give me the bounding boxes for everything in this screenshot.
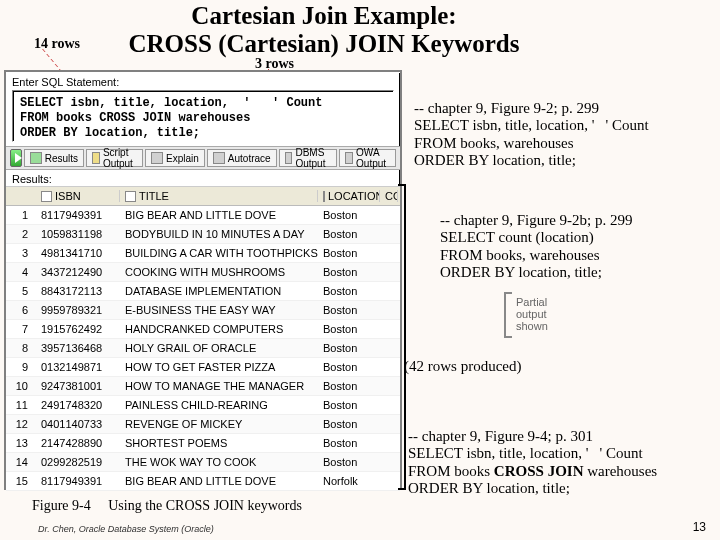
results-label: Results: (6, 170, 400, 186)
sql-editor[interactable]: SELECT isbn, title, location, ' ' Count … (12, 90, 394, 142)
results-grid: ISBN TITLE LOCATION COUNT 18117949391BIG… (6, 186, 400, 491)
column-icon (323, 191, 325, 202)
cell-title: HOLY GRAIL OF ORACLE (120, 342, 318, 354)
cell-title: BUILDING A CAR WITH TOOTHPICKS (120, 247, 318, 259)
cell-isbn: 8117949391 (36, 209, 120, 221)
table-row[interactable]: 120401140733REVENGE OF MICKEYBoston (6, 415, 400, 434)
row-index: 9 (6, 361, 36, 373)
table-row[interactable]: 140299282519THE WOK WAY TO COOKBoston (6, 453, 400, 472)
sql1-l4: ORDER BY location, title; (414, 152, 712, 169)
cell-isbn: 1915762492 (36, 323, 120, 335)
partial-l2: output (516, 308, 547, 320)
brace-42-rows (398, 184, 406, 490)
table-row[interactable]: 34981341710BUILDING A CAR WITH TOOTHPICK… (6, 244, 400, 263)
row-index: 7 (6, 323, 36, 335)
cell-isbn: 8843172113 (36, 285, 120, 297)
sql-block-2: -- chapter 9, Figure 9-2b; p. 299 SELECT… (440, 212, 706, 281)
sql1-l1: -- chapter 9, Figure 9-2; p. 299 (414, 100, 712, 117)
tab-autotrace-label: Autotrace (228, 153, 271, 164)
grid-header: ISBN TITLE LOCATION COUNT (6, 187, 400, 206)
row-index: 3 (6, 247, 36, 259)
sql2-l3: FROM books, warehouses (440, 247, 706, 264)
tab-autotrace[interactable]: Autotrace (207, 149, 277, 167)
table-row[interactable]: 21059831198BODYBUILD IN 10 MINUTES A DAY… (6, 225, 400, 244)
table-row[interactable]: 18117949391BIG BEAR AND LITTLE DOVEBosto… (6, 206, 400, 225)
script-icon (92, 152, 100, 164)
cell-isbn: 9247381001 (36, 380, 120, 392)
table-row[interactable]: 109247381001HOW TO MANAGE THE MANAGERBos… (6, 377, 400, 396)
row-index: 6 (6, 304, 36, 316)
page-number: 13 (693, 520, 706, 534)
table-row[interactable]: 58843172113DATABASE IMPLEMENTATIONBoston (6, 282, 400, 301)
tab-explain-label: Explain (166, 153, 199, 164)
sql3-l3a: FROM books (408, 463, 494, 479)
table-row[interactable]: 158117949391BIG BEAR AND LITTLE DOVENorf… (6, 472, 400, 491)
table-row[interactable]: 83957136468HOLY GRAIL OF ORACLEBoston (6, 339, 400, 358)
cell-title: REVENGE OF MICKEY (120, 418, 318, 430)
column-icon (41, 191, 52, 202)
table-row[interactable]: 43437212490COOKING WITH MUSHROOMSBoston (6, 263, 400, 282)
slide-title: Cartesian Join Example: CROSS (Cartesian… (118, 2, 530, 58)
table-row[interactable]: 132147428890SHORTEST POEMSBoston (6, 434, 400, 453)
dbms-icon (285, 152, 293, 164)
row-index: 8 (6, 342, 36, 354)
tab-results[interactable]: Results (24, 149, 84, 167)
figure-text: Using the CROSS JOIN keywords (108, 498, 302, 513)
footnote: Dr. Chen, Oracle Database System (Oracle… (38, 524, 214, 534)
partial-output-label: Partial output shown (516, 296, 548, 332)
results-icon (30, 152, 42, 164)
tab-explain[interactable]: Explain (145, 149, 205, 167)
rows-produced: (42 rows produced) (404, 358, 521, 375)
col-title: TITLE (139, 190, 169, 202)
cell-title: HANDCRANKED COMPUTERS (120, 323, 318, 335)
sql-block-3: -- chapter 9, Figure 9-4; p. 301 SELECT … (408, 428, 712, 497)
sql1-l2a: SELECT isbn, title, location, ' (414, 117, 594, 133)
explain-icon (151, 152, 163, 164)
tab-results-label: Results (45, 153, 78, 164)
cell-title: BIG BEAR AND LITTLE DOVE (120, 209, 318, 221)
sql2-l4: ORDER BY location, title; (440, 264, 706, 281)
table-row[interactable]: 71915762492HANDCRANKED COMPUTERSBoston (6, 320, 400, 339)
run-button[interactable] (10, 149, 22, 167)
tab-owa-output[interactable]: OWA Output (339, 149, 396, 167)
cell-location: Boston (318, 285, 380, 297)
cell-location: Boston (318, 380, 380, 392)
cell-isbn: 0401140733 (36, 418, 120, 430)
owa-icon (345, 152, 353, 164)
sql2-l2: SELECT count (location) (440, 229, 706, 246)
partial-bracket (504, 292, 512, 338)
cell-title: PAINLESS CHILD-REARING (120, 399, 318, 411)
table-row[interactable]: 90132149871HOW TO GET FASTER PIZZABoston (6, 358, 400, 377)
partial-l1: Partial (516, 296, 547, 308)
cell-isbn: 0299282519 (36, 456, 120, 468)
cell-location: Boston (318, 418, 380, 430)
cell-isbn: 8117949391 (36, 475, 120, 487)
cell-location: Boston (318, 266, 380, 278)
sql3-l2a: SELECT isbn, title, location, ' (408, 445, 588, 461)
tab-dbms-output[interactable]: DBMS Output (279, 149, 337, 167)
results-tabbar: Results Script Output Explain Autotrace … (6, 146, 400, 170)
tab-owa-label: OWA Output (356, 147, 390, 169)
cell-title: BODYBUILD IN 10 MINUTES A DAY (120, 228, 318, 240)
cell-isbn: 3957136468 (36, 342, 120, 354)
cell-location: Boston (318, 399, 380, 411)
cell-location: Boston (318, 228, 380, 240)
cell-title: COOKING WITH MUSHROOMS (120, 266, 318, 278)
cell-location: Boston (318, 456, 380, 468)
figure-num: Figure 9-4 (32, 498, 91, 513)
sql1-l2b: ' Count (606, 117, 649, 133)
cell-isbn: 2147428890 (36, 437, 120, 449)
row-index: 5 (6, 285, 36, 297)
column-icon (125, 191, 136, 202)
table-row[interactable]: 112491748320PAINLESS CHILD-REARINGBoston (6, 396, 400, 415)
cell-title: HOW TO GET FASTER PIZZA (120, 361, 318, 373)
cell-isbn: 4981341710 (36, 247, 120, 259)
cell-isbn: 9959789321 (36, 304, 120, 316)
sql1-l3: FROM books, warehouses (414, 135, 712, 152)
cell-title: BIG BEAR AND LITTLE DOVE (120, 475, 318, 487)
tab-script-output[interactable]: Script Output (86, 149, 143, 167)
sql3-l3c: warehouses (583, 463, 657, 479)
cell-title: E-BUSINESS THE EASY WAY (120, 304, 318, 316)
table-row[interactable]: 69959789321E-BUSINESS THE EASY WAYBoston (6, 301, 400, 320)
row-index: 12 (6, 418, 36, 430)
